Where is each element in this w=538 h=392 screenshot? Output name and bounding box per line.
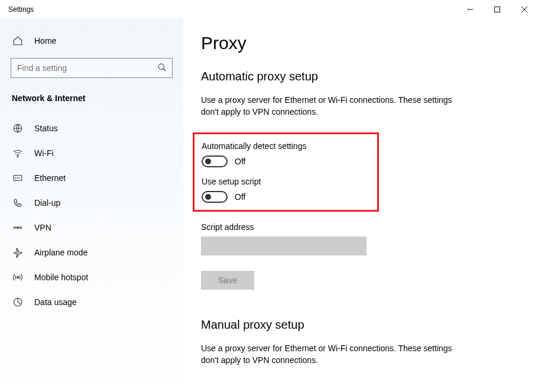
script-toggle-state: Off	[235, 192, 245, 202]
sidebar-item-label: Mobile hotspot	[34, 273, 88, 282]
svg-point-16	[17, 277, 19, 278]
sidebar-item-dialup[interactable]: Dial-up	[0, 190, 183, 215]
script-toggle-group: Use setup script Off	[202, 177, 306, 203]
close-button[interactable]	[511, 0, 538, 19]
sidebar-item-airplane[interactable]: Airplane mode	[0, 240, 183, 265]
highlight-box: Automatically detect settings Off Use se…	[193, 132, 379, 212]
wifi-icon	[12, 148, 24, 158]
content-area: Proxy Automatic proxy setup Use a proxy …	[183, 19, 538, 392]
maximize-icon	[494, 7, 500, 12]
script-address-input	[201, 237, 367, 255]
home-label: Home	[34, 36, 56, 46]
script-address-label: Script address	[201, 222, 514, 232]
sidebar: Home Network & Internet Status	[0, 19, 183, 392]
svg-point-4	[158, 64, 164, 69]
sidebar-item-label: Airplane mode	[34, 248, 87, 257]
maximize-button[interactable]	[484, 0, 511, 19]
status-icon	[12, 123, 24, 134]
detect-toggle-label: Automatically detect settings	[202, 141, 306, 151]
sidebar-item-hotspot[interactable]: Mobile hotspot	[0, 265, 183, 290]
auto-section-desc: Use a proxy server for Ethernet or Wi-Fi…	[201, 94, 455, 118]
detect-toggle-state: Off	[235, 157, 245, 166]
titlebar-controls	[456, 0, 538, 19]
sidebar-item-label: Dial-up	[34, 198, 60, 208]
sidebar-nav: Status Wi-Fi Ethernet	[0, 116, 183, 315]
home-icon	[12, 35, 24, 46]
sidebar-item-label: Wi-Fi	[34, 148, 54, 158]
home-nav[interactable]: Home	[0, 28, 183, 53]
svg-point-7	[17, 156, 18, 157]
detect-toggle[interactable]	[202, 155, 228, 167]
airplane-icon	[12, 247, 24, 258]
sidebar-item-label: VPN	[34, 223, 51, 232]
search-container	[11, 58, 173, 78]
sidebar-item-label: Status	[34, 124, 58, 133]
hotspot-icon	[12, 272, 24, 283]
svg-point-12	[14, 227, 15, 229]
datausage-icon	[12, 297, 24, 307]
sidebar-item-label: Ethernet	[34, 173, 66, 183]
save-button: Save	[201, 271, 254, 290]
sidebar-item-status[interactable]: Status	[0, 116, 183, 141]
detect-toggle-group: Automatically detect settings Off	[202, 141, 306, 167]
vpn-icon	[12, 222, 24, 233]
svg-rect-1	[495, 7, 500, 12]
minimize-button[interactable]	[456, 0, 484, 19]
script-toggle-label: Use setup script	[202, 177, 306, 186]
save-button-label: Save	[218, 276, 237, 285]
svg-line-5	[163, 69, 166, 71]
auto-section-heading: Automatic proxy setup	[201, 70, 514, 83]
ethernet-icon	[12, 173, 24, 183]
script-toggle[interactable]	[202, 191, 228, 203]
sidebar-item-vpn[interactable]: VPN	[0, 215, 183, 240]
window-title: Settings	[8, 5, 34, 14]
search-input[interactable]	[11, 58, 173, 78]
close-icon	[521, 7, 527, 12]
page-title: Proxy	[201, 33, 514, 53]
svg-rect-8	[14, 176, 22, 181]
sidebar-item-ethernet[interactable]: Ethernet	[0, 166, 183, 190]
svg-point-13	[20, 227, 22, 229]
manual-section-desc: Use a proxy server for Ethernet or Wi-Fi…	[201, 342, 455, 367]
manual-section-heading: Manual proxy setup	[201, 318, 514, 332]
sidebar-item-datausage[interactable]: Data usage	[0, 290, 183, 315]
sidebar-section-title: Network & Internet	[0, 89, 183, 110]
search-icon	[157, 63, 167, 74]
dialup-icon	[12, 197, 24, 208]
titlebar: Settings	[0, 0, 538, 19]
sidebar-item-label: Data usage	[34, 297, 77, 307]
sidebar-item-wifi[interactable]: Wi-Fi	[0, 141, 183, 166]
minimize-icon	[467, 7, 473, 12]
